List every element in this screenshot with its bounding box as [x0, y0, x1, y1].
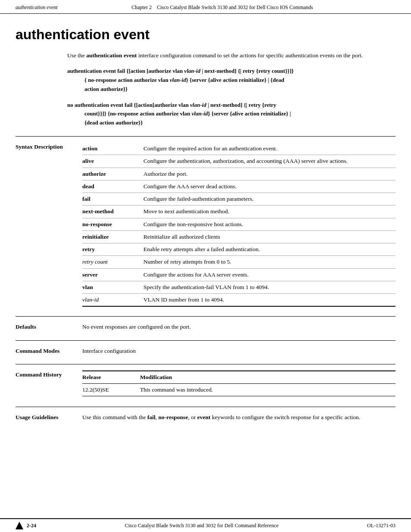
usage-guidelines-label: Usage Guidelines [16, 413, 82, 422]
defaults-content: No event responses are configured on the… [82, 323, 395, 331]
syntax-description-content: actionConfigure the required action for … [82, 143, 395, 307]
table-row: retryEnable retry attempts after a faile… [82, 243, 395, 256]
table-row: actionConfigure the required action for … [82, 143, 395, 155]
command-modes-label: Command Modes [16, 347, 82, 355]
intro-paragraph: Use the authentication event interface c… [67, 51, 395, 60]
defaults-label: Defaults [16, 323, 82, 331]
command-history-label: Command History [16, 370, 82, 378]
table-row: failConfigure the failed-authentication … [82, 193, 395, 205]
header-left: authentication event [16, 4, 58, 11]
footer-company: Cisco Catalyst Blade Switch 3130 and 303… [125, 523, 279, 529]
footer-doc-num: OL-13271-03 [367, 523, 395, 529]
page-title: authentication event [16, 27, 395, 43]
table-row: retry countNumber of retry attempts from… [82, 256, 395, 268]
syntax-command-2: no authentication event fail {[action[au… [67, 101, 395, 128]
syntax-table: actionConfigure the required action for … [82, 143, 395, 307]
header-center: Chapter 2 Cisco Catalyst Blade Switch 31… [131, 4, 313, 11]
command-history-table: Release Modification 12.2(50)SEThis comm… [82, 370, 395, 397]
command-history-section: Command History Release Modification 12.… [16, 364, 395, 403]
table-row: vlanSpecify the authentication-fail VLAN… [82, 281, 395, 293]
usage-guidelines-section: Usage Guidelines Use this command with t… [16, 407, 395, 428]
main-content: authentication event Use the authenticat… [0, 14, 411, 454]
usage-guidelines-content: Use this command with the fail, no-respo… [82, 413, 395, 422]
table-row: vlan-idVLAN ID number from 1 to 4094. [82, 294, 395, 307]
table-row: reinitializeReinitialize all authorized … [82, 230, 395, 243]
table-row: deadConfigure the AAA server dead action… [82, 180, 395, 193]
command-history-content: Release Modification 12.2(50)SEThis comm… [82, 370, 395, 397]
command-modes-section: Command Modes Interface configuration [16, 340, 395, 361]
syntax-description-section: Syntax Description actionConfigure the r… [16, 136, 395, 309]
col-release: Release [82, 371, 138, 384]
footer-left: 2-24 [16, 522, 36, 529]
table-row: aliveConfigure the authentication, autho… [82, 155, 395, 168]
table-row: next-methodMove to next authentication m… [82, 205, 395, 218]
table-row: 12.2(50)SEThis command was introduced. [82, 384, 395, 396]
command-modes-content: Interface configuration [82, 347, 395, 355]
syntax-description-label: Syntax Description [16, 143, 82, 307]
defaults-section: Defaults No event responses are configur… [16, 316, 395, 337]
syntax-command-1: authentication event fail {[action [auth… [67, 67, 395, 93]
table-row: no-responseConfigure the non-responsive … [82, 218, 395, 230]
page-footer: 2-24 Cisco Catalyst Blade Switch 3130 an… [0, 518, 411, 532]
table-row: authorizeAuthorize the port. [82, 168, 395, 180]
page-header: authentication event Chapter 2 Cisco Cat… [0, 0, 411, 14]
table-row: serverConfigure the actions for AAA serv… [82, 268, 395, 281]
cisco-logo-icon [16, 522, 23, 529]
page-number: 2-24 [27, 523, 36, 529]
col-modification: Modification [138, 371, 395, 384]
